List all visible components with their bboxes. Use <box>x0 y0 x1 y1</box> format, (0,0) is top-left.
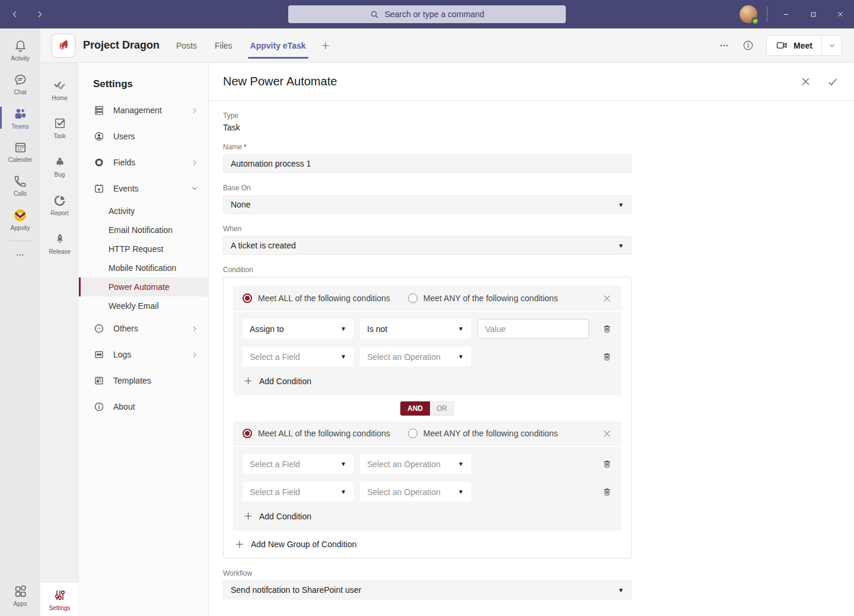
tab-posts[interactable]: Posts <box>176 28 197 63</box>
module-label: Report <box>50 210 68 216</box>
rail-label: Chat <box>14 89 26 95</box>
when-dropdown[interactable]: A ticket is created ▼ <box>223 236 632 255</box>
add-tab-button[interactable] <box>320 40 331 51</box>
meet-any-label: Meet ANY of the following conditions <box>423 429 558 438</box>
rail-item-appvity[interactable]: Appvity <box>0 202 40 236</box>
remove-group-icon[interactable] <box>602 429 612 439</box>
tab-files[interactable]: Files <box>215 28 232 63</box>
sidebar-item-events[interactable]: Events <box>79 175 208 202</box>
bug-icon <box>53 155 67 169</box>
sidebar-item-mobile-notification[interactable]: Mobile Notification <box>79 258 208 277</box>
more-options-icon[interactable] <box>718 40 730 52</box>
condition-row: Select a Field ▼ Select an Operation ▼ <box>243 347 612 366</box>
module-task[interactable]: Task <box>40 108 79 147</box>
sidebar-item-http-request[interactable]: HTTP Request <box>79 240 208 258</box>
apps-grid-icon <box>13 584 28 599</box>
delete-row-trash-icon[interactable] <box>602 324 612 334</box>
tab-appvity-etask[interactable]: Appvity eTask <box>250 28 306 63</box>
required-marker: * <box>244 143 247 151</box>
sidebar-item-users[interactable]: Users <box>79 123 208 149</box>
field-value: Assign to <box>250 324 284 334</box>
condition-row: Select a Field ▼ Select an Operation ▼ <box>243 482 612 502</box>
back-button[interactable] <box>7 7 23 22</box>
search-input[interactable]: Search or type a command <box>288 5 566 23</box>
rail-more-apps-icon[interactable] <box>0 246 40 264</box>
rail-item-calls[interactable]: Calls <box>0 168 40 202</box>
avatar[interactable] <box>740 5 757 23</box>
teams-window: Search or type a command Project Dr <box>0 0 854 616</box>
operation-select[interactable]: Select an Operation ▼ <box>360 482 471 502</box>
module-home[interactable]: Home <box>40 70 79 108</box>
pie-chart-icon <box>53 193 67 208</box>
module-label: Bug <box>55 171 65 178</box>
sidebar-item-management[interactable]: Management <box>79 97 208 123</box>
meet-dropdown-button[interactable] <box>822 36 842 55</box>
type-label: Type <box>223 111 854 120</box>
rail-item-chat[interactable]: Chat <box>0 67 40 101</box>
meet-any-radio[interactable] <box>408 429 418 438</box>
name-input[interactable] <box>223 154 632 173</box>
when-value: A ticket is created <box>231 241 296 250</box>
rail-item-activity[interactable]: Activity <box>0 33 40 67</box>
field-select[interactable]: Select a Field ▼ <box>243 482 353 502</box>
meet-button[interactable]: Meet <box>767 36 822 55</box>
maximize-button[interactable] <box>799 0 827 28</box>
base-on-dropdown[interactable]: None ▼ <box>223 195 632 214</box>
workflow-dropdown[interactable]: Send notifcation to SharePoint user ▼ <box>223 580 632 599</box>
templates-icon <box>93 375 106 387</box>
save-check-icon[interactable] <box>827 76 839 88</box>
calendar-icon <box>13 140 28 155</box>
rail-divider <box>9 241 31 241</box>
add-condition-button[interactable]: Add Condition <box>243 375 612 388</box>
bell-icon <box>13 39 28 53</box>
sidebar-item-fields[interactable]: Fields <box>79 149 208 175</box>
sidebar-item-weekly-email[interactable]: Weekly Email <box>79 296 208 315</box>
field-select[interactable]: Assign to ▼ <box>243 319 353 339</box>
rail-label: Calls <box>14 190 27 197</box>
add-condition-button[interactable]: Add Condition <box>243 510 612 524</box>
meet-all-radio[interactable] <box>243 293 252 303</box>
add-group-button[interactable]: Add New Group of Condition <box>233 539 622 550</box>
sidebar-item-power-automate[interactable]: Power Automate <box>79 277 208 296</box>
value-input[interactable] <box>477 319 589 339</box>
field-select[interactable]: Select a Field ▼ <box>243 454 353 474</box>
sidebar-item-others[interactable]: Others <box>79 315 208 341</box>
workflow-label: Workflow <box>223 569 854 577</box>
module-release[interactable]: Release <box>40 224 79 263</box>
workflow-value: Send notifcation to SharePoint user <box>231 585 361 595</box>
sidebar-item-about[interactable]: About <box>79 394 208 420</box>
delete-row-trash-icon[interactable] <box>602 352 612 362</box>
remove-group-icon[interactable] <box>602 293 612 304</box>
operation-select[interactable]: Select an Operation ▼ <box>360 454 471 474</box>
minimize-button[interactable] <box>772 0 799 28</box>
rail-item-apps[interactable]: Apps <box>0 579 40 612</box>
add-condition-label: Add Condition <box>259 512 311 521</box>
module-settings[interactable]: Settings <box>40 583 79 616</box>
chevron-right-icon <box>191 351 199 359</box>
field-select[interactable]: Select a Field ▼ <box>243 347 353 366</box>
rail-item-calendar[interactable]: Calender <box>0 135 40 168</box>
caret-down-icon: ▼ <box>618 587 624 593</box>
module-report[interactable]: Report <box>40 186 79 224</box>
sidebar-item-events-activity[interactable]: Activity <box>79 202 208 221</box>
forward-button[interactable] <box>32 7 47 22</box>
sidebar-item-templates[interactable]: Templates <box>79 368 208 394</box>
sidebar-item-logs[interactable]: Logs <box>79 341 208 368</box>
sidebar-item-email-notification[interactable]: Email Notification <box>79 221 208 240</box>
info-icon[interactable] <box>742 39 754 52</box>
operation-select[interactable]: Is not ▼ <box>360 319 471 339</box>
module-bug[interactable]: Bug <box>40 147 79 186</box>
or-toggle[interactable]: OR <box>430 401 454 416</box>
close-window-button[interactable] <box>827 0 854 28</box>
delete-row-trash-icon[interactable] <box>602 487 612 497</box>
and-toggle[interactable]: AND <box>400 401 430 416</box>
delete-row-trash-icon[interactable] <box>602 459 612 469</box>
titlebar-separator <box>767 7 767 22</box>
caret-down-icon: ▼ <box>340 489 346 495</box>
meet-any-radio[interactable] <box>408 293 418 303</box>
meet-all-radio[interactable] <box>243 429 252 438</box>
rail-item-teams[interactable]: Teams <box>0 101 40 135</box>
cancel-icon[interactable] <box>800 76 811 87</box>
operation-select[interactable]: Select an Operation ▼ <box>360 347 471 366</box>
condition-row: Select a Field ▼ Select an Operation ▼ <box>243 454 612 474</box>
